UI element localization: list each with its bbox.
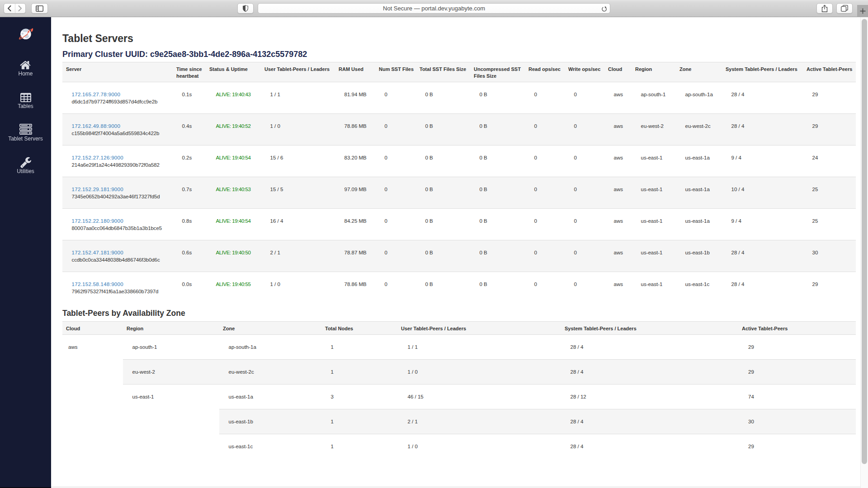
data-cell: 0 B xyxy=(416,82,470,114)
data-cell: 0 B xyxy=(416,209,470,240)
sidebar-item-tables[interactable]: Tables xyxy=(0,103,51,110)
data-cell: 15 / 5 xyxy=(261,177,335,209)
data-cell: 0 xyxy=(375,240,416,272)
server-link[interactable]: 172.162.49.88:9000 xyxy=(72,123,121,129)
data-cell: 0 xyxy=(525,177,565,209)
data-cell: 0.0s xyxy=(173,272,206,304)
column-header: User Tablet-Peers / Leaders xyxy=(261,62,335,82)
reload-icon[interactable] xyxy=(601,5,608,12)
sidebar-item-home-icon-wrap[interactable] xyxy=(0,59,51,71)
forward-button[interactable] xyxy=(15,4,26,13)
column-header: Write ops/sec xyxy=(565,62,604,82)
url-bar[interactable]: Not Secure — portal.dev.yugabyte.com xyxy=(258,3,610,14)
data-cell: 29 xyxy=(738,359,856,384)
sidebar-toggle-button[interactable] xyxy=(31,3,48,14)
server-link[interactable]: 172.152.29.181:9000 xyxy=(72,187,123,192)
new-tab-button[interactable] xyxy=(857,5,868,17)
column-header: Read ops/sec xyxy=(525,62,565,82)
data-cell: 29 xyxy=(803,82,856,114)
zone-row: us-east-1us-east-1a346 / 1528 / 1274 xyxy=(62,384,856,409)
data-cell: ALIVE: 19:40:43 xyxy=(206,82,261,114)
data-cell: 1 xyxy=(321,434,397,459)
data-cell: 0 xyxy=(375,145,416,177)
sidebar-item-tables-icon-wrap[interactable] xyxy=(0,92,51,104)
share-button[interactable] xyxy=(816,3,833,14)
server-link[interactable]: 172.152.27.126:9000 xyxy=(72,155,123,160)
data-cell: 0 xyxy=(525,240,565,272)
sidebar-item-tablet-servers-icon-wrap[interactable] xyxy=(0,124,51,136)
data-cell: eu-west-2c xyxy=(219,359,321,384)
data-cell: 0 xyxy=(565,177,604,209)
tablet-peers-by-zone-table: CloudRegionZoneTotal NodesUser Tablet-Pe… xyxy=(62,321,856,459)
sidebar-item-tablet-servers[interactable]: Tablet Servers xyxy=(0,135,51,142)
data-cell: 2 / 1 xyxy=(397,409,561,434)
column-header: Uncompressed SST Files Size xyxy=(470,62,525,82)
sidebar-item-utilities[interactable]: Utilities xyxy=(0,168,51,175)
data-cell: us-east-1 xyxy=(123,384,219,459)
data-cell: 30 xyxy=(803,240,856,272)
data-cell: 0 B xyxy=(416,145,470,177)
vertical-scrollbar[interactable] xyxy=(860,17,868,488)
data-cell: 9 / 4 xyxy=(722,209,803,240)
data-cell: 46 / 15 xyxy=(397,384,561,409)
tab-overview-button[interactable] xyxy=(836,3,853,14)
server-link[interactable]: 172.165.27.78:9000 xyxy=(72,92,121,97)
data-cell: 28 / 12 xyxy=(561,384,738,409)
data-cell: 10 / 4 xyxy=(722,177,803,209)
server-link[interactable]: 172.152.22.180:9000 xyxy=(72,218,123,224)
sidebar-item-home[interactable]: Home xyxy=(0,70,51,77)
column-header: User Tablet-Peers / Leaders xyxy=(397,321,561,334)
data-cell: ap-south-1 xyxy=(123,334,219,359)
data-cell: 0 B xyxy=(470,272,525,304)
data-cell: aws xyxy=(604,209,632,240)
data-cell: 0 B xyxy=(470,240,525,272)
content-blocker-button[interactable] xyxy=(237,3,254,14)
bottom-scroll-gutter xyxy=(51,486,868,488)
data-cell: 0 xyxy=(375,82,416,114)
server-uuid: d6dc1d7b97724ff693d857d4dfcc9e2b xyxy=(72,98,170,105)
tab-overview-icon xyxy=(841,5,848,12)
server-uuid: 7962f975327f41f6a1ae338660b7397d xyxy=(72,288,170,295)
server-link[interactable]: 172.152.58.148:9000 xyxy=(72,282,123,287)
data-cell: 0 B xyxy=(470,177,525,209)
data-cell: 97.09 MB xyxy=(335,177,375,209)
data-cell: 0 xyxy=(565,209,604,240)
data-cell: 1 / 0 xyxy=(261,114,335,145)
data-cell: 0 xyxy=(375,114,416,145)
data-cell: 0 B xyxy=(470,209,525,240)
server-cell: 172.152.22.180:900080007aa0cc064db6847b3… xyxy=(62,209,173,240)
data-cell: us-east-1b xyxy=(219,409,321,434)
data-cell: eu-west-2 xyxy=(632,114,676,145)
server-row: 172.165.27.78:9000d6dc1d7b97724ff693d857… xyxy=(62,82,856,114)
data-cell: ap-south-1a xyxy=(219,334,321,359)
tablet-servers-table: ServerTime since heartbeatStatus & Uptim… xyxy=(62,62,856,303)
utilities-icon xyxy=(20,156,32,168)
yugabyte-logo[interactable] xyxy=(13,24,38,45)
data-cell: ALIVE: 19:40:50 xyxy=(206,240,261,272)
server-link[interactable]: 172.152.47.181:9000 xyxy=(72,250,123,255)
main-content: Tablet Servers Primary Cluster UUID: c9e… xyxy=(51,17,868,486)
column-header: System Tablet-Peers / Leaders xyxy=(561,321,738,334)
data-cell: 0 B xyxy=(416,114,470,145)
data-cell: 0 xyxy=(525,209,565,240)
data-cell: 0 xyxy=(565,114,604,145)
server-row: 172.152.58.148:90007962f975327f41f6a1ae3… xyxy=(62,272,856,304)
data-cell: eu-west-2 xyxy=(123,359,219,384)
data-cell: 0.4s xyxy=(173,114,206,145)
data-cell: 30 xyxy=(738,409,856,434)
data-cell: 0 xyxy=(525,114,565,145)
data-cell: us-east-1c xyxy=(676,272,722,304)
back-button[interactable] xyxy=(4,4,15,13)
vertical-scrollbar-thumb[interactable] xyxy=(862,19,867,464)
data-cell: 29 xyxy=(803,114,856,145)
forward-chevron-icon xyxy=(18,5,22,11)
column-header: System Tablet-Peers / Leaders xyxy=(722,62,803,82)
data-cell: 29 xyxy=(803,272,856,304)
data-cell: 25 xyxy=(803,209,856,240)
data-cell: 83.20 MB xyxy=(335,145,375,177)
data-cell: 28 / 4 xyxy=(561,409,738,434)
data-cell: 3 xyxy=(321,384,397,409)
server-row: 172.152.22.180:900080007aa0cc064db6847b3… xyxy=(62,209,856,240)
data-cell: eu-west-2c xyxy=(676,114,722,145)
data-cell: 78.86 MB xyxy=(335,114,375,145)
